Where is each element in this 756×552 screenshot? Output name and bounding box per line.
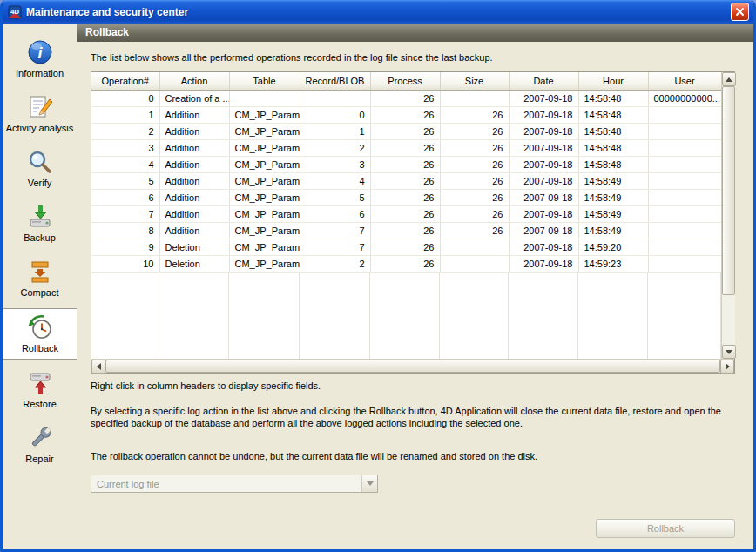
column-header[interactable]: Size — [440, 72, 509, 90]
cell: 26 — [370, 172, 440, 189]
horizontal-scrollbar[interactable] — [91, 359, 734, 373]
cell — [648, 239, 721, 255]
cell: CM_JP_Params — [229, 189, 300, 205]
column-header[interactable]: Table — [229, 72, 300, 90]
cell: 2007-09-18 — [509, 156, 578, 172]
cell — [648, 255, 721, 272]
section-header: Rollback — [77, 24, 753, 42]
cell: 14:58:49 — [578, 172, 648, 189]
sidebar-item-verify[interactable]: Verify — [3, 144, 77, 193]
sidebar-item-restore[interactable]: Restore — [3, 365, 77, 414]
cell: 14:58:49 — [578, 222, 648, 239]
cell — [648, 205, 721, 222]
cell: 7 — [300, 239, 370, 255]
cell: 26 — [370, 139, 440, 156]
rollback-button[interactable]: Rollback — [596, 519, 735, 538]
sidebar-item-label: Repair — [25, 454, 53, 465]
window-title: Maintenance and security center — [26, 6, 726, 18]
cell — [440, 90, 509, 106]
table-row[interactable]: 4AdditionCM_JP_Params326262007-09-1814:5… — [91, 156, 721, 172]
table-row[interactable]: 9DeletionCM_JP_Params7262007-09-1814:59:… — [91, 239, 721, 255]
scroll-right-button[interactable] — [720, 360, 734, 374]
main-content: Rollback The list below shows all the pe… — [77, 24, 753, 549]
column-header[interactable]: Process — [370, 72, 440, 90]
cell: 26 — [370, 239, 440, 255]
cell: 3 — [300, 156, 370, 172]
dropdown-button[interactable] — [361, 475, 377, 492]
cell: Addition — [159, 172, 229, 189]
cell — [440, 255, 509, 272]
table-header-row: Operation#ActionTableRecord/BLOBProcessS… — [91, 72, 721, 90]
table-row[interactable]: 10DeletionCM_JP_Params2262007-09-1814:59… — [91, 255, 721, 272]
cell: 14:59:23 — [578, 255, 648, 272]
scroll-left-button[interactable] — [91, 360, 105, 374]
sidebar-item-activity-analysis[interactable]: Activity analysis — [3, 89, 77, 138]
table-row[interactable]: 8AdditionCM_JP_Params726262007-09-1814:5… — [91, 222, 721, 239]
cell: CM_JP_Params — [229, 139, 300, 156]
cell: 26 — [440, 172, 509, 189]
table-row[interactable]: 6AdditionCM_JP_Params526262007-09-1814:5… — [91, 189, 721, 205]
table-empty-area — [91, 273, 721, 360]
cell: 26 — [370, 255, 440, 272]
verify-icon — [26, 148, 54, 176]
cell: 26 — [370, 205, 440, 222]
activity-analysis-icon — [26, 93, 54, 121]
column-header[interactable]: Hour — [578, 72, 648, 90]
app-icon: 4D — [8, 5, 22, 19]
column-header[interactable]: Record/BLOB — [300, 72, 370, 90]
rollback-button-label: Rollback — [647, 523, 684, 534]
title-bar[interactable]: 4D Maintenance and security center — [3, 0, 753, 24]
cell: 26 — [440, 156, 509, 172]
cell: 2007-09-18 — [509, 139, 578, 156]
scroll-down-button[interactable] — [722, 345, 736, 359]
vertical-scroll-track[interactable] — [722, 86, 735, 345]
cell — [648, 123, 721, 139]
cell: 26 — [440, 189, 509, 205]
close-icon — [735, 7, 745, 17]
rollback-warning: The rollback operation cannot be undone,… — [91, 450, 735, 462]
operations-table: Operation#ActionTableRecord/BLOBProcessS… — [91, 71, 735, 374]
sidebar-item-label: Activity analysis — [6, 123, 74, 134]
cell: Deletion — [159, 255, 229, 272]
cell: 5 — [300, 189, 370, 205]
column-header[interactable]: Operation# — [91, 72, 159, 90]
table-row[interactable]: 1AdditionCM_JP_Params026262007-09-1814:5… — [91, 106, 721, 123]
sidebar-item-information[interactable]: i Information — [3, 34, 77, 84]
column-header[interactable]: Date — [509, 72, 578, 90]
cell: 2 — [300, 139, 370, 156]
close-button[interactable] — [731, 3, 749, 21]
vertical-scrollbar[interactable] — [721, 72, 735, 359]
table-row[interactable]: 2AdditionCM_JP_Params126262007-09-1814:5… — [91, 123, 721, 139]
log-file-select[interactable]: Current log file — [91, 475, 378, 493]
information-icon: i — [26, 38, 54, 66]
table-row[interactable]: 7AdditionCM_JP_Params626262007-09-1814:5… — [91, 205, 721, 222]
cell — [300, 90, 370, 106]
cell: 14:58:48 — [578, 90, 648, 106]
cell: CM_JP_Params — [229, 172, 300, 189]
cell: Addition — [159, 205, 229, 222]
cell: 7 — [300, 222, 370, 239]
table-row[interactable]: 5AdditionCM_JP_Params426262007-09-1814:5… — [91, 172, 721, 189]
cell: 26 — [440, 205, 509, 222]
sidebar-item-compact[interactable]: Compact — [3, 253, 77, 303]
table-row[interactable]: 3AdditionCM_JP_Params226262007-09-1814:5… — [91, 139, 721, 156]
horizontal-scroll-thumb[interactable] — [105, 360, 720, 373]
cell: Deletion — [159, 239, 229, 255]
cell: 4 — [300, 172, 370, 189]
cell: 1 — [91, 106, 159, 123]
column-header[interactable]: Action — [159, 72, 229, 90]
cell: 26 — [370, 90, 440, 106]
cell: 5 — [91, 172, 159, 189]
cell: CM_JP_Params — [229, 156, 300, 172]
vertical-scroll-thumb[interactable] — [722, 86, 735, 295]
cell: 2007-09-18 — [509, 172, 578, 189]
column-header[interactable]: User — [648, 72, 721, 90]
sidebar-item-backup[interactable]: Backup — [3, 199, 77, 248]
scroll-up-button[interactable] — [722, 72, 736, 86]
cell: 2007-09-18 — [509, 239, 578, 255]
cell — [648, 139, 721, 156]
sidebar-item-repair[interactable]: Repair — [3, 420, 77, 469]
sidebar-item-rollback[interactable]: Rollback — [3, 308, 77, 360]
table-row[interactable]: 0Creation of a ...262007-09-1814:58:4800… — [91, 90, 721, 106]
sidebar-item-label: Rollback — [22, 343, 58, 354]
